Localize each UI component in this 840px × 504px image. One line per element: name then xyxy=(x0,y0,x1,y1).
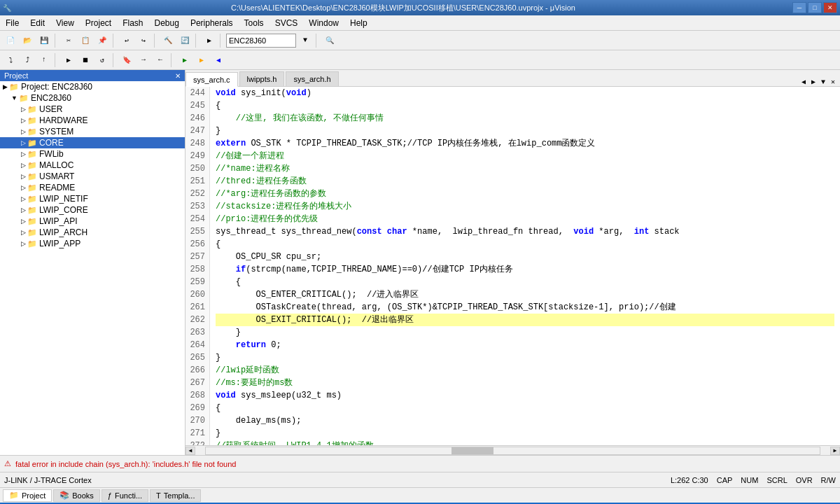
tab-nav-left[interactable]: ◀ xyxy=(799,78,808,86)
debug-button[interactable]: ▶ xyxy=(202,33,217,48)
tab-list[interactable]: ▼ xyxy=(819,78,827,86)
scroll-track[interactable] xyxy=(205,447,820,455)
tree-item-lwip_arch[interactable]: ▷📁LWIP_ARCH xyxy=(0,227,185,238)
menu-item-window[interactable]: Window xyxy=(303,15,344,30)
line-number: 269 xyxy=(190,402,205,414)
menu-item-view[interactable]: View xyxy=(50,15,80,30)
sidebar-close-button[interactable]: ✕ xyxy=(175,72,181,80)
tab-sys_arch_c[interactable]: sys_arch.c xyxy=(186,72,238,87)
orange-arrow-btn[interactable]: ▶ xyxy=(194,52,209,68)
save-button[interactable]: 💾 xyxy=(36,33,52,48)
sidebar: Project ✕ ▶📁Project: ENC28J60▼📁ENC28J60▷… xyxy=(0,70,186,455)
reset-button[interactable]: ↺ xyxy=(94,52,110,68)
bottom-tab-books[interactable]: 📚Books xyxy=(53,489,100,502)
sep1 xyxy=(55,34,58,48)
rebuild-button[interactable]: 🔄 xyxy=(177,33,192,48)
line-number: 271 xyxy=(190,427,205,440)
code-line: //lwip延时函数 xyxy=(216,364,834,377)
tree-item-core[interactable]: ▷📁CORE xyxy=(0,137,185,148)
tree-item-hardware[interactable]: ▷📁HARDWARE xyxy=(0,115,185,126)
bottom-tab-functi___[interactable]: ƒFuncti... xyxy=(102,489,148,502)
scroll-left-button[interactable]: ◀ xyxy=(186,447,195,455)
code-line: //stacksize:进程任务的堆栈大小 xyxy=(216,200,834,213)
build-button[interactable]: 🔨 xyxy=(160,33,176,48)
tree-item-project__enc28j60[interactable]: ▶📁Project: ENC28J60 xyxy=(0,81,185,92)
code-editor[interactable]: 2442452462472482492502512522532542552562… xyxy=(186,87,840,445)
copy-button[interactable]: 📋 xyxy=(78,33,93,48)
tree-item-user[interactable]: ▷📁USER xyxy=(0,104,185,115)
target-input[interactable] xyxy=(226,34,296,48)
tree-item-label: CORE xyxy=(39,138,64,148)
sep2 xyxy=(113,34,116,48)
menu-item-project[interactable]: Project xyxy=(80,15,117,30)
menu-item-edit[interactable]: Edit xyxy=(24,15,50,30)
bottom-tab-templa___[interactable]: TTempla... xyxy=(150,489,201,502)
scroll-thumb[interactable] xyxy=(451,447,493,454)
code-line: } xyxy=(216,326,834,339)
menu-item-svcs[interactable]: SVCS xyxy=(270,15,304,30)
blue-arrow-btn[interactable]: ◀ xyxy=(211,52,226,68)
menu-item-tools[interactable]: Tools xyxy=(239,15,270,30)
code-line: //*arg:进程任务函数的参数 xyxy=(216,188,834,200)
next-bookmark-btn[interactable]: → xyxy=(136,52,151,68)
tree-expand-icon: ▷ xyxy=(21,218,26,225)
tree-item-label: LWIP_CORE xyxy=(39,205,88,215)
open-button[interactable]: 📂 xyxy=(20,33,35,48)
target-dropdown[interactable]: ▼ xyxy=(298,33,313,48)
menu-item-help[interactable]: Help xyxy=(344,15,373,30)
green-arrow-btn[interactable]: ▶ xyxy=(177,52,192,68)
tab-close[interactable]: ✕ xyxy=(829,78,837,86)
tree-item-lwip_api[interactable]: ▷📁LWIP_API xyxy=(0,216,185,227)
step-out-button[interactable]: ↑ xyxy=(36,52,52,68)
step-into-button[interactable]: ⤵ xyxy=(3,52,18,68)
menu-item-flash[interactable]: Flash xyxy=(117,15,148,30)
tree-expand-icon: ▷ xyxy=(21,162,26,169)
tree-item-fwlib[interactable]: ▷📁FWLib xyxy=(0,148,185,160)
undo-button[interactable]: ↩ xyxy=(119,33,134,48)
menu-item-debug[interactable]: Debug xyxy=(149,15,185,30)
horizontal-scrollbar[interactable]: ◀ ▶ xyxy=(186,445,840,455)
stop-button[interactable]: ⏹ xyxy=(78,52,93,68)
tab-sys_arch_h[interactable]: sys_arch.h xyxy=(286,71,338,86)
toolbar2: ⤵ ⤴ ↑ ▶ ⏹ ↺ 🔖 → ← ▶ ▶ ◀ xyxy=(0,50,840,70)
line-number: 247 xyxy=(190,125,205,137)
code-line: //prio:进程任务的优先级 xyxy=(216,213,834,225)
tree-item-enc28j60[interactable]: ▼📁ENC28J60 xyxy=(0,92,185,104)
menu-item-peripherals[interactable]: Peripherals xyxy=(185,15,239,30)
bookmark-btn[interactable]: 🔖 xyxy=(119,52,134,68)
paste-button[interactable]: 📌 xyxy=(94,33,110,48)
cut-button[interactable]: ✂ xyxy=(61,33,76,48)
tab-lwippts_h[interactable]: lwippts.h xyxy=(239,71,285,86)
scroll-right-button[interactable]: ▶ xyxy=(830,447,840,455)
maximize-button[interactable]: □ xyxy=(808,2,822,13)
step-over-button[interactable]: ⤴ xyxy=(20,52,35,68)
new-button[interactable]: 📄 xyxy=(3,33,18,48)
tree-item-lwip_app[interactable]: ▷📁LWIP_APP xyxy=(0,238,185,249)
status-icon: ⚠ xyxy=(4,459,11,468)
tree-expand-icon: ▼ xyxy=(11,94,18,102)
tree-expand-icon: ▷ xyxy=(21,240,26,247)
folder-icon: 📁 xyxy=(27,183,37,192)
prev-bookmark-btn[interactable]: ← xyxy=(153,52,168,68)
minimize-button[interactable]: ─ xyxy=(792,2,806,13)
code-content[interactable]: void sys_init(void){ //这里, 我们在该函数, 不做任何事… xyxy=(210,87,840,445)
tree-item-malloc[interactable]: ▷📁MALLOC xyxy=(0,160,185,171)
sep4 xyxy=(195,34,199,48)
bottom-tab-project[interactable]: 📁Project xyxy=(3,489,52,502)
tab-nav-right[interactable]: ▶ xyxy=(809,78,818,86)
tree-item-readme[interactable]: ▷📁README xyxy=(0,182,185,193)
sidebar-header: Project ✕ xyxy=(0,70,185,81)
tree-item-lwip_netif[interactable]: ▷📁LWIP_NETIF xyxy=(0,193,185,204)
tree-expand-icon: ▷ xyxy=(21,128,26,135)
line-number: 255 xyxy=(190,225,205,238)
sep6 xyxy=(316,34,319,48)
tree-item-usmart[interactable]: ▷📁USMART xyxy=(0,171,185,182)
redo-button[interactable]: ↪ xyxy=(136,33,151,48)
tree-item-lwip_core[interactable]: ▷📁LWIP_CORE xyxy=(0,204,185,216)
tree-item-system[interactable]: ▷📁SYSTEM xyxy=(0,126,185,137)
run-button[interactable]: ▶ xyxy=(61,52,76,68)
line-number: 262 xyxy=(190,314,205,326)
close-button[interactable]: ✕ xyxy=(823,2,837,13)
search-button[interactable]: 🔍 xyxy=(322,33,337,48)
menu-item-file[interactable]: File xyxy=(0,15,24,30)
